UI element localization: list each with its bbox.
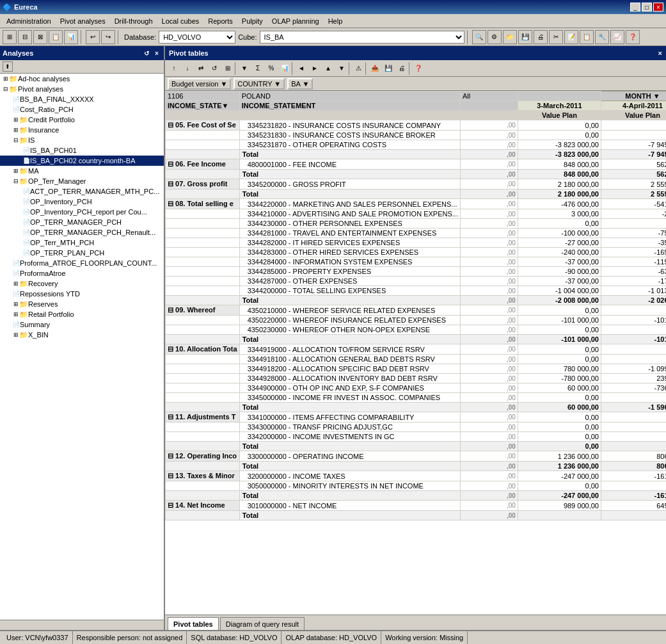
toolbar-btn-17[interactable]: 📈 (610, 30, 624, 44)
sidebar-item-reserves[interactable]: ⊞ 📁 Reserves (0, 299, 164, 309)
expand-icon[interactable]: ⊞ (13, 311, 19, 318)
menu-drill-through[interactable]: Drill-through (111, 16, 157, 26)
pivot-btn-left[interactable]: ◄ (295, 62, 308, 75)
sidebar-item-op-terr-plan[interactable]: 📄 OP_TERR_PLAN_PCH (0, 248, 164, 258)
pivot-btn-sort-asc[interactable]: ↑ (168, 62, 180, 75)
pivot-btn-filter[interactable]: ▼ (238, 62, 251, 75)
toolbar-btn-1[interactable]: ⊞ (3, 30, 17, 44)
sidebar-item-proforma2[interactable]: 📄 ProformaAtroe (0, 268, 164, 278)
sidebar-item-op-terr[interactable]: ⊟ 📁 OP_Terr_Manager (0, 176, 164, 186)
sidebar-item-bs-final[interactable]: 📄 BS_BA_FINAL_XXXXX (0, 94, 164, 104)
toolbar-btn-5[interactable]: 📊 (64, 30, 78, 44)
menu-administration[interactable]: Administration (3, 16, 55, 26)
toolbar-btn-7[interactable]: ↪ (101, 30, 115, 44)
sidebar-item-credit[interactable]: ⊞ 📁 Credit Portfolio (0, 115, 164, 125)
pivot-btn-export[interactable]: 📤 (369, 62, 381, 75)
sidebar-item-proforma[interactable]: 📄 Proforma_ATROE_FLOORPLAN_COUNT... (0, 258, 164, 268)
panel-refresh-icon[interactable]: ↺ (142, 50, 151, 57)
sidebar-item-retail[interactable]: ⊞ 📁 Retail Portfolio (0, 309, 164, 319)
pivot-btn-sort-desc[interactable]: ↓ (181, 62, 194, 75)
expand-icon[interactable]: ⊞ (13, 168, 19, 174)
pivot-btn-right[interactable]: ► (308, 62, 321, 75)
sidebar-item-act-op[interactable]: 📄 ACT_OP_TERR_MANAGER_MTH_PC... (0, 186, 164, 197)
sidebar-item-is[interactable]: ⊟ 📁 IS (0, 135, 164, 145)
sidebar-item-adhoc[interactable]: ⊞ 📁 Ad-hoc analyses (0, 74, 164, 84)
toolbar-btn-2[interactable]: ⊟ (18, 30, 32, 44)
tab-pivot-tables[interactable]: Pivot tables (168, 617, 219, 630)
pivot-btn-percent[interactable]: % (265, 62, 278, 75)
sidebar-item-summary[interactable]: 📄 Summary (0, 319, 164, 330)
pivot-btn-sum[interactable]: Σ (251, 62, 264, 75)
pivot-btn-expand[interactable]: ⊞ (221, 62, 234, 75)
sidebar-item-insurance[interactable]: ⊞ 📁 Insurance (0, 125, 164, 135)
expand-icon[interactable]: ⊞ (13, 127, 19, 133)
menu-local-cubes[interactable]: Local cubes (158, 16, 203, 26)
sidebar-item-recovery[interactable]: ⊞ 📁 Recovery (0, 278, 164, 289)
expand-icon[interactable]: ⊞ (13, 280, 19, 287)
sidebar-item-op-terr-mgr[interactable]: 📄 OP_TERR_MANAGER_PCH (0, 217, 164, 227)
pivot-btn-help[interactable]: ❓ (412, 62, 425, 75)
pivot-btn-down[interactable]: ▼ (335, 62, 348, 75)
toolbar-btn-16[interactable]: 🔧 (595, 30, 609, 44)
panel-controls[interactable]: ↺ × (142, 50, 161, 57)
pivot-btn-print[interactable]: 🖨 (395, 62, 408, 75)
sidebar-item-op-terr-mth[interactable]: 📄 OP_Terr_MTH_PCH (0, 237, 164, 248)
toolbar-btn-10[interactable]: 📁 (503, 30, 517, 44)
toolbar-btn-14[interactable]: 📝 (564, 30, 578, 44)
tree-nav-icon[interactable]: ⬆ (3, 61, 13, 72)
toolbar-btn-4[interactable]: 📋 (49, 30, 63, 44)
close-button[interactable]: × (653, 3, 663, 12)
minimize-button[interactable]: _ (630, 3, 640, 12)
budget-version-filter[interactable]: Budget version ▼ (168, 78, 231, 90)
ba-filter[interactable]: BA ▼ (287, 78, 313, 90)
tab-diagram[interactable]: Diagram of query result (220, 617, 305, 630)
menu-pivot-analyses[interactable]: Pivot analyses (56, 16, 109, 26)
pivot-btn-warning[interactable]: ⚠ (352, 62, 365, 75)
sidebar-item-repos[interactable]: 📄 Repossesions YTD (0, 289, 164, 299)
sidebar-item-xbin[interactable]: ⊞ 📁 X_BIN (0, 330, 164, 340)
expand-icon[interactable]: ⊞ (13, 301, 19, 307)
toolbar-btn-9[interactable]: ⚙ (488, 30, 502, 44)
menu-help[interactable]: Help (324, 16, 347, 26)
toolbar-btn-6[interactable]: ↩ (86, 30, 100, 44)
sidebar-item-is-ba-pch01[interactable]: 📄 IS_BA_PCH01 (0, 145, 164, 156)
expand-icon[interactable]: ⊟ (13, 137, 19, 143)
pivot-btn-save[interactable]: 💾 (382, 62, 395, 75)
menu-pulpity[interactable]: Pulpity (238, 16, 267, 26)
toolbar-btn-8[interactable]: 🔍 (472, 30, 486, 44)
pivot-close-icon[interactable]: × (658, 49, 662, 57)
expand-icon[interactable]: ⊞ (13, 332, 19, 338)
left-scrollbar[interactable] (0, 620, 165, 630)
toolbar-btn-15[interactable]: 📋 (580, 30, 594, 44)
pivot-btn-refresh[interactable]: ↺ (208, 62, 221, 75)
sidebar-item-cost-ratio[interactable]: 📄 Cost_Ratio_PCH (0, 104, 164, 115)
database-select[interactable]: HD_VOLVO (159, 31, 235, 44)
expand-icon[interactable]: ⊞ (13, 117, 19, 123)
month-header-main[interactable]: MONTH ▼ (601, 92, 666, 101)
toolbar-btn-12[interactable]: 🖨 (534, 30, 548, 44)
menu-reports[interactable]: Reports (204, 16, 237, 26)
sidebar-item-op-inv-rep[interactable]: 📄 OP_Inventory_PCH_report per Cou... (0, 207, 164, 217)
pivot-btn-up[interactable]: ▲ (322, 62, 335, 75)
expand-icon[interactable]: ⊞ (3, 76, 9, 82)
expand-icon[interactable]: ⊟ (3, 86, 9, 92)
toolbar-btn-11[interactable]: 💾 (518, 30, 532, 44)
maximize-button[interactable]: □ (642, 3, 652, 12)
sidebar-item-pivot[interactable]: ⊟ 📁 Pivot analyses (0, 84, 164, 94)
cube-select[interactable]: IS_BA (260, 31, 464, 44)
title-bar-controls[interactable]: _ □ × (630, 3, 663, 12)
pivot-btn-swap[interactable]: ⇄ (194, 62, 207, 75)
toolbar-btn-18[interactable]: ❓ (626, 30, 640, 44)
country-filter[interactable]: COUNTRY ▼ (234, 78, 285, 90)
panel-close-icon[interactable]: × (152, 50, 161, 57)
pivot-btn-chart[interactable]: 📊 (278, 62, 291, 75)
toolbar-btn-3[interactable]: ⊠ (33, 30, 47, 44)
sidebar-item-is-ba-pch02[interactable]: 📄 IS_BA_PCH02 country-month-BA (0, 156, 164, 166)
toolbar-btn-13[interactable]: ✂ (549, 30, 563, 44)
sidebar-item-op-inv[interactable]: 📄 OP_Inventory_PCH (0, 197, 164, 207)
sidebar-item-op-terr-mgr2[interactable]: 📄 OP_TERR_MANAGER_PCH_Renault... (0, 227, 164, 237)
menu-olap-planning[interactable]: OLAP planning (268, 16, 323, 26)
income-state-col-header[interactable]: INCOME_STATE▼ (166, 101, 240, 111)
sidebar-item-ma[interactable]: ⊞ 📁 MA (0, 166, 164, 176)
expand-icon[interactable]: ⊟ (13, 178, 19, 184)
